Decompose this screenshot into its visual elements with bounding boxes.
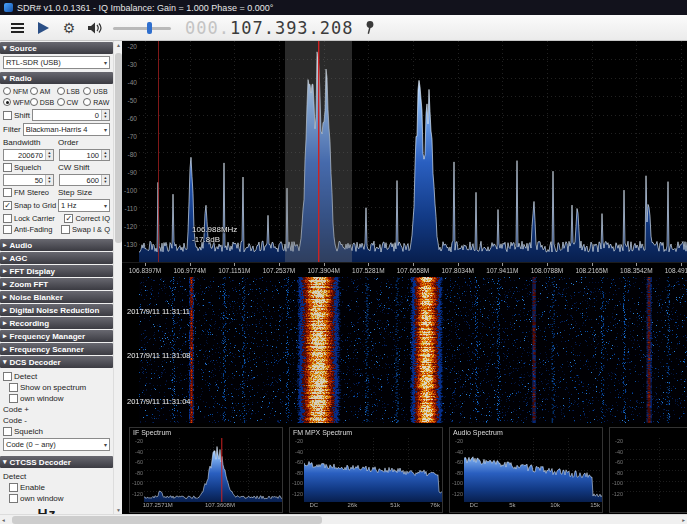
spinner-icon[interactable]: ▴▾ [45, 150, 53, 160]
panel-header-fft-display[interactable]: ▸FFT Display [0, 265, 113, 277]
mode-raw[interactable]: RAW [83, 98, 110, 106]
shift-value: 0 [33, 110, 101, 120]
gear-icon: ⚙ [63, 21, 76, 35]
panel-title: FM MPX Spectrum [293, 429, 352, 436]
spectrum-panel[interactable]: -20-30-40-50-60-70-80-90-100-110-120-130… [122, 41, 687, 262]
snap-checkbox[interactable] [3, 201, 12, 210]
db-label: -120 [292, 491, 303, 497]
panel-title: Audio Spectrum [453, 429, 503, 436]
spinner-icon[interactable]: ▴▾ [101, 150, 109, 160]
panel-header-dcs-decoder[interactable]: ▾ DCS Decoder [0, 356, 113, 368]
waterfall-panel[interactable]: 2017/9/11 11:31:112017/9/11 11:31:082017… [122, 277, 687, 423]
play-button[interactable] [31, 17, 55, 39]
mode-label: WFM [13, 99, 30, 106]
horizontal-scrollbar-thumb[interactable] [12, 516, 322, 524]
mini-db-axis: -20-40-60-80-100-120 [610, 438, 624, 502]
panel-header-audio[interactable]: ▸Audio [0, 239, 113, 251]
waterfall-canvas[interactable] [139, 277, 687, 423]
panel-header-agc[interactable]: ▸AGC [0, 252, 113, 264]
mode-dsb[interactable]: DSB [30, 98, 57, 106]
shift-input[interactable]: 0 ▴▾ [32, 109, 110, 121]
dcs-own-window-checkbox[interactable] [9, 394, 18, 403]
panel-title: Digital Noise Reduction [10, 306, 100, 315]
dcs-squelch-checkbox[interactable] [3, 427, 12, 436]
scale-tick [547, 263, 548, 266]
menu-button[interactable] [5, 17, 29, 39]
volume-slider[interactable] [113, 20, 171, 36]
lock-carrier-checkbox[interactable] [3, 214, 12, 223]
dcs-detect-label: Detect [14, 372, 37, 381]
panel-header-noise-blanker[interactable]: ▸Noise Blanker [0, 291, 113, 303]
mini-db-axis: -20-40-60-80-100-120 [290, 438, 304, 502]
panel-header-radio[interactable]: ▾ Radio [0, 72, 113, 84]
aux-spectrum-panel[interactable]: -20-40-60-80-100-120 [609, 427, 687, 513]
bandwidth-input[interactable]: 200670 ▴▾ [3, 149, 54, 161]
radio-panel-body: NFMAMLSBUSBWFMDSBCWRAW Shift 0 ▴▾ Filter… [0, 84, 113, 238]
shift-checkbox[interactable] [3, 111, 12, 120]
ctcss-own-window-checkbox[interactable] [9, 494, 18, 503]
audio-spectrum-panel[interactable]: Audio Spectrum -20-40-60-80-100-120 DC5k… [449, 427, 603, 513]
panel-title: Frequency Scanner [10, 345, 84, 354]
freq-label: 107.5281M [352, 267, 385, 274]
panel-header-digital-noise-reduction[interactable]: ▸Digital Noise Reduction [0, 304, 113, 316]
db-label: -40 [615, 449, 623, 455]
aux-spectrum-canvas [624, 438, 687, 502]
settings-button[interactable]: ⚙ [57, 17, 81, 39]
anti-fading-checkbox[interactable] [3, 225, 12, 234]
scroll-right-icon[interactable]: ▸ [682, 517, 685, 523]
mode-am[interactable]: AM [30, 87, 57, 95]
panel-title: Frequency Manager [10, 332, 86, 341]
panel-header-source[interactable]: ▾ Source [0, 42, 113, 54]
db-label: -60 [455, 459, 463, 465]
swap-iq-checkbox[interactable] [61, 225, 70, 234]
panel-header-frequency-manager[interactable]: ▸Frequency Manager [0, 330, 113, 342]
if-spectrum-panel[interactable]: IF Spectrum -20-40-60-80-100-120 107.257… [129, 427, 283, 513]
mute-button[interactable] [83, 17, 107, 39]
squelch-input[interactable]: 50 ▴▾ [3, 174, 54, 186]
mode-cw[interactable]: CW [57, 98, 84, 106]
panel-header-recording[interactable]: ▸Recording [0, 317, 113, 329]
toolbar: ⚙ 000.107.393.208 [0, 15, 687, 41]
squelch-checkbox[interactable] [3, 163, 12, 172]
mini-x-axis: DC26k51k76k [304, 502, 442, 511]
ctcss-enable-checkbox[interactable] [9, 483, 18, 492]
dcs-show-spectrum-checkbox[interactable] [9, 383, 18, 392]
db-label: -20 [128, 43, 137, 50]
spinner-icon[interactable]: ▴▾ [101, 110, 109, 120]
pin-icon[interactable] [364, 20, 376, 35]
dcs-detect-checkbox[interactable] [3, 372, 12, 381]
freq-label: 108.2165M [575, 267, 608, 274]
dcs-code-select[interactable]: Code (0 ~ any) ▾ [3, 438, 110, 451]
frequency-display[interactable]: 000.107.393.208 [185, 18, 354, 38]
step-size-select[interactable]: 1 Hz ▾ [58, 199, 110, 212]
spinner-icon[interactable]: ▴▾ [45, 175, 53, 185]
collapse-arrow-icon: ▾ [3, 358, 7, 366]
radio-icon [57, 98, 65, 106]
scroll-left-icon[interactable]: ◂ [2, 517, 5, 523]
mode-wfm[interactable]: WFM [3, 98, 30, 106]
correct-iq-checkbox[interactable] [64, 214, 73, 223]
filter-select[interactable]: Blackman-Harris 4 ▾ [23, 123, 110, 136]
sidebar-scrollbar[interactable]: ▲ ▼ [113, 41, 122, 514]
mode-lsb[interactable]: LSB [57, 87, 84, 95]
mini-x-axis: 107.2571M107.3608M [144, 502, 282, 511]
mpx-spectrum-panel[interactable]: FM MPX Spectrum -20-40-60-80-100-120 DC2… [289, 427, 443, 513]
mode-usb[interactable]: USB [83, 87, 110, 95]
db-label: -40 [295, 449, 303, 455]
panel-header-ctcss-decoder[interactable]: ▾ CTCSS Decoder [0, 456, 113, 468]
ctcss-detect-label: Detect [3, 472, 26, 481]
order-input[interactable]: 100 ▴▾ [59, 149, 110, 161]
frequency-scale[interactable]: 106.8397M106.9774M107.1151M107.2537M107.… [122, 262, 687, 277]
fm-stereo-checkbox[interactable] [3, 188, 12, 197]
panel-header-frequency-scanner[interactable]: ▸Frequency Scanner [0, 343, 113, 355]
db-label: -60 [128, 115, 137, 122]
sidebar-scrollbar-thumb[interactable] [115, 53, 122, 243]
horizontal-scrollbar[interactable]: ◂ ▸ [0, 514, 687, 524]
cw-shift-input[interactable]: 600 ▴▾ [59, 174, 110, 186]
volume-thumb[interactable] [147, 22, 152, 34]
panel-header-zoom-fft[interactable]: ▸Zoom FFT [0, 278, 113, 290]
spinner-icon[interactable]: ▴▾ [101, 175, 109, 185]
mode-nfm[interactable]: NFM [3, 87, 30, 95]
ctcss-panel-body: Detect Enable own window ---.- Hz Squelc… [0, 468, 113, 514]
source-device-select[interactable]: RTL-SDR (USB) ▾ [3, 56, 110, 69]
